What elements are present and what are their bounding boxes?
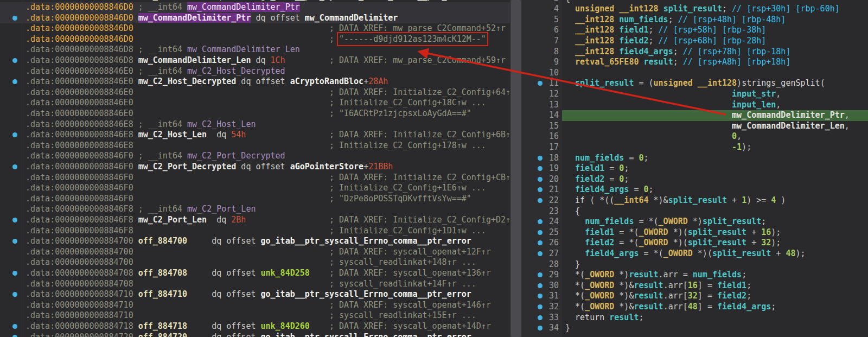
disasm-line[interactable]: .data:00000000008846D8 ; __int64 mw_Comm…	[0, 44, 510, 55]
line-number: 15	[538, 121, 559, 132]
token: input_str	[732, 89, 776, 99]
disasm-line[interactable]: .data:00000000008846D0 ; DATA XREF: mw_p…	[0, 23, 510, 34]
line-number: 34	[538, 323, 559, 334]
pseudocode-line[interactable]: 16 0,	[522, 131, 868, 142]
disasm-line[interactable]: .data:00000000008846D0 ; __int64 mw_Comm…	[0, 2, 510, 13]
pseudocode-line[interactable]: 6 __int128 field1; // [rsp+58h] [rbp-38h…	[522, 25, 868, 36]
disasm-line[interactable]: .data:0000000000884708 off_884708 dq off…	[0, 268, 510, 279]
pseudocode-line[interactable]: 19 field1 = 0;	[522, 163, 868, 174]
pseudocode-line[interactable]: 17 -1);	[522, 142, 868, 153]
pseudocode-line[interactable]: 31 *(_OWORD *)&result.arr[32] = field2;	[522, 291, 868, 302]
pseudocode-line[interactable]: 5 __int128 num_fields; // [rsp+48h] [rbp…	[522, 15, 868, 26]
pseudocode-line[interactable]: 33 return result;	[522, 313, 868, 323]
disasm-line[interactable]: .data:0000000000884700 ; syscall_readlin…	[0, 257, 510, 268]
pseudocode-line[interactable]: 23 {	[522, 206, 868, 217]
pseudocode-line[interactable]: 34}	[522, 323, 868, 334]
token: _OWORD	[663, 249, 693, 258]
disasm-line[interactable]: .data:00000000008846F0 ; "DzPe8oPOSSTqDK…	[0, 194, 510, 205]
disasm-line[interactable]: .data:00000000008846E0 ; __int64 mw_C2_H…	[0, 66, 510, 77]
pseudocode-line[interactable]: 28 }	[522, 259, 868, 270]
token	[187, 268, 212, 278]
token: *(	[565, 302, 585, 311]
item-mark-dot	[12, 335, 17, 337]
pseudocode-line[interactable]: 10	[522, 68, 868, 79]
address: .data:00000000008846F0	[25, 173, 138, 183]
token: *)	[614, 270, 629, 279]
token: mw_C2_Port_Len	[138, 215, 207, 225]
pseudocode-line[interactable]: 26 field2 = *(_OWORD *)(split_result + 3…	[522, 238, 868, 249]
disasm-line[interactable]: .data:00000000008846F0 ; DATA XREF: Init…	[0, 173, 510, 183]
pseudocode-line[interactable]: 22 if ( *((__int64 *)&split_result + 1) …	[522, 195, 868, 206]
pseudocode-line[interactable]: 9 retval_65FE80 result; // [rsp+A8h] [rb…	[522, 57, 868, 68]
token: *(	[565, 281, 585, 290]
disasm-line[interactable]: .data:0000000000884718 off_884718 dq off…	[0, 321, 510, 332]
token: {	[565, 0, 570, 3]
token: dq	[216, 130, 231, 139]
pseudocode-line[interactable]: 24 num_fields = *(_OWORD *)split_result;	[522, 217, 868, 227]
pseudocode-line[interactable]: 8 __int128 field4_args; // [rsp+78h] [rb…	[522, 47, 868, 58]
pseudocode-line[interactable]: 11 split_result = (unsigned __int128)str…	[522, 78, 868, 89]
token: dq offset	[212, 332, 260, 337]
disasm-line[interactable]: .data:0000000000884710 off_884710 dq off…	[0, 289, 510, 300]
ida-window: .data:00000000008846C8 off_8846C8 dq off…	[0, 0, 868, 337]
token: // [rsp+58h] [rbp-38h]	[659, 25, 767, 35]
token: +	[727, 195, 742, 205]
pseudocode-line[interactable]: 20 field2 = 0;	[522, 174, 868, 185]
disasm-line[interactable]: .data:00000000008846F8 ; Initialize_C2_C…	[0, 226, 510, 237]
address: .data:0000000000884708	[25, 268, 138, 279]
disasm-line[interactable]: .data:00000000008846F0 mw_C2_Port_Decryp…	[0, 162, 510, 173]
token: num_fields	[619, 15, 668, 24]
item-mark-dot	[12, 132, 17, 137]
disasm-line[interactable]: .data:00000000008846F8 mw_C2_Port_Len dq…	[0, 215, 510, 226]
address: .data:00000000008846F8	[25, 215, 138, 226]
disasm-line[interactable]: .data:0000000000884700 ; DATA XREF: sysc…	[0, 247, 510, 258]
disasm-line[interactable]: .data:00000000008846E0 ; "I6ACRtPz1zjcps…	[0, 109, 510, 119]
scrollbar-thumb[interactable]	[511, 0, 521, 337]
disasm-line[interactable]: .data:00000000008846E0 mw_C2_Host_Decryp…	[0, 77, 510, 87]
token: 48	[688, 302, 698, 311]
disasm-line[interactable]: .data:00000000008846E0 ; Initialize_C2_C…	[0, 98, 510, 109]
disasm-line[interactable]: .data:00000000008846E0 ; DATA XREF: Init…	[0, 87, 510, 98]
disasm-line[interactable]: .data:0000000000884710 ; DATA XREF: sysc…	[0, 300, 510, 311]
pseudocode-line[interactable]: 14 mw_CommandDelimiter_Ptr,	[522, 110, 868, 121]
pseudocode-line[interactable]: 30 *(_OWORD *)&result.arr[16] = field1;	[522, 281, 868, 291]
item-mark-dot	[12, 324, 17, 329]
token: mw_CommandDelimiter	[305, 13, 398, 23]
token: mw_C2_Host_Decrypted	[138, 77, 237, 86]
pseudocode-line[interactable]: 13 input_len,	[522, 100, 868, 111]
disasm-line[interactable]: .data:00000000008846D0 ; "------d9djd912…	[0, 34, 510, 45]
token: result	[634, 281, 663, 290]
disasm-line[interactable]: .data:00000000008846E8 ; __int64 mw_C2_H…	[0, 119, 510, 130]
disasm-line[interactable]: .data:00000000008846E8 ; Initialize_C2_C…	[0, 141, 510, 151]
pseudocode-line[interactable]: 21 field4_args = 0;	[522, 185, 868, 195]
disasm-line[interactable]: .data:0000000000884708 ; syscall_readlin…	[0, 279, 510, 290]
disasm-line[interactable]: .data:0000000000884700 off_884700 dq off…	[0, 236, 510, 247]
disasm-line[interactable]: .data:00000000008846F0 ; __int64 mw_C2_P…	[0, 151, 510, 162]
disasm-line[interactable]: .data:00000000008846E8 mw_C2_Host_Len dq…	[0, 130, 510, 141]
pseudocode-line[interactable]: 27 field4_args = *(_OWORD *)(split_resul…	[522, 249, 868, 259]
token: 32	[761, 238, 771, 247]
token: ;	[649, 185, 654, 194]
pseudocode-line[interactable]: 18 num_fields = 0;	[522, 153, 868, 164]
pseudocode-line[interactable]: 12 input_str,	[522, 89, 868, 100]
token: +	[771, 249, 786, 258]
pseudocode-line[interactable]: 15 mw_CommandDelimiter_Len,	[522, 121, 868, 132]
token: off_884718	[138, 321, 187, 331]
disasm-line[interactable]: .data:0000000000884720 off_884720 dq off…	[0, 332, 510, 337]
disasm-line[interactable]: .data:00000000008846D0 mw_CommandDelimit…	[0, 13, 510, 24]
pseudocode-line[interactable]: 32 *(_OWORD *)&result.arr[48] = field4_a…	[522, 302, 868, 313]
pseudocode-line[interactable]: 7 __int128 field2; // [rsp+68h] [rbp-28h…	[522, 36, 868, 47]
pseudocode-line[interactable]: 29 *(_OWORD *)result.arr = num_fields;	[522, 270, 868, 281]
address: .data:00000000008846E0	[25, 109, 138, 119]
left-panel-scrollbar[interactable]	[510, 0, 522, 337]
disasm-line[interactable]: .data:00000000008846F0 ; Initialize_C2_C…	[0, 183, 510, 194]
token: ; __int64	[138, 204, 187, 214]
disasm-line[interactable]: .data:00000000008846F8 ; __int64 mw_C2_P…	[0, 204, 510, 215]
token: ,	[776, 89, 781, 99]
disasm-line[interactable]: .data:00000000008846D8 mw_CommandDelimit…	[0, 55, 510, 66]
pseudocode-line[interactable]: 25 field1 = *(_OWORD *)(split_result + 1…	[522, 227, 868, 238]
disasm-line[interactable]: .data:0000000000884710 ; syscall_readlin…	[0, 310, 510, 321]
token	[246, 130, 329, 139]
token: ;	[761, 217, 766, 226]
pseudocode-line[interactable]: 4 unsigned __int128 split_result; // [rs…	[522, 4, 868, 15]
